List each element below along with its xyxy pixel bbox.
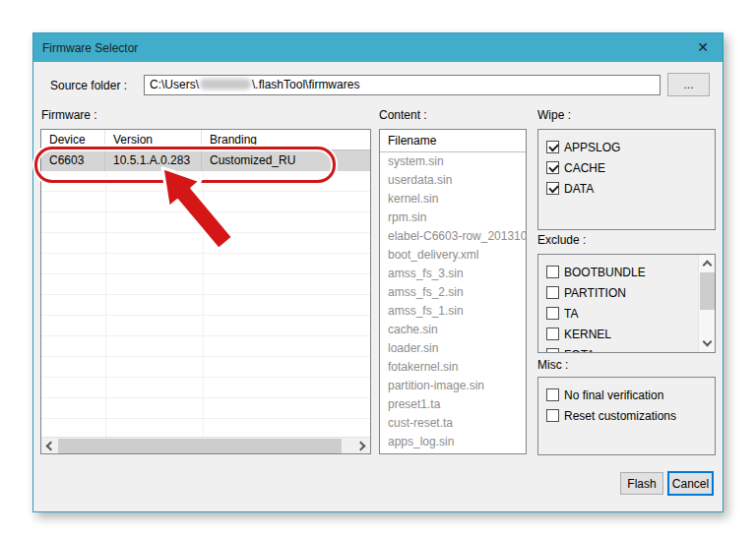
- content-file[interactable]: fotakernel.sin: [380, 358, 526, 377]
- path-prefix: C:\Users\: [150, 78, 199, 91]
- content-file[interactable]: cache.sin: [380, 321, 526, 339]
- grid-line: [105, 171, 106, 437]
- checkbox-label: FOTA: [564, 348, 595, 354]
- checkbox-icon[interactable]: [546, 328, 559, 340]
- wipe-group: APPSLOG CACHE DATA: [537, 129, 716, 230]
- scroll-up-icon[interactable]: [703, 261, 713, 270]
- checkbox-icon[interactable]: [546, 388, 559, 401]
- checkbox-label: CACHE: [564, 161, 605, 175]
- exclude-group: BOOTBUNDLE PARTITION TA KERNEL FOTA: [537, 254, 716, 353]
- checkbox-label: TA: [564, 307, 578, 321]
- content-file[interactable]: preset1.ta: [380, 395, 526, 414]
- checkbox-ta[interactable]: TA: [546, 303, 715, 324]
- path-suffix: \.flashTool\firmwares: [252, 78, 359, 91]
- checkbox-icon[interactable]: [546, 141, 559, 153]
- checkbox-label: No final verification: [564, 388, 663, 402]
- checkbox-icon[interactable]: [546, 182, 559, 195]
- source-folder-input[interactable]: C:\Users\\.flashTool\firmwares: [144, 75, 661, 95]
- flash-button[interactable]: Flash: [620, 472, 663, 495]
- checkbox-bootbundle[interactable]: BOOTBUNDLE: [546, 262, 715, 282]
- source-folder-label: Source folder :: [50, 79, 127, 92]
- hscrollbar-thumb[interactable]: [58, 439, 342, 453]
- firmware-label: Firmware :: [41, 108, 97, 122]
- content-file[interactable]: elabel-C6603-row_201310...: [380, 227, 526, 246]
- checkbox-label: Reset customizations: [564, 409, 676, 423]
- content-file[interactable]: userdata.sin: [380, 171, 526, 190]
- scroll-left-icon[interactable]: [46, 442, 56, 451]
- content-file[interactable]: rpm.sin: [380, 209, 526, 227]
- checkbox-reset-customizations[interactable]: Reset customizations: [546, 405, 715, 426]
- cancel-button[interactable]: Cancel: [667, 471, 714, 496]
- content-file[interactable]: amss_fs_1.sin: [380, 302, 526, 321]
- checkbox-label: APPSLOG: [564, 141, 620, 154]
- wipe-label: Wipe :: [537, 108, 571, 122]
- vscrollbar-thumb[interactable]: [700, 272, 715, 310]
- checkbox-icon[interactable]: [546, 266, 559, 278]
- close-icon[interactable]: ✕: [694, 38, 712, 56]
- content-file[interactable]: amss_fs_3.sin: [380, 265, 526, 283]
- annotation-arrow-icon: [145, 160, 258, 264]
- checkbox-label: KERNEL: [564, 328, 611, 341]
- exclude-vscrollbar[interactable]: [698, 255, 715, 352]
- firmware-selector-dialog: Firmware Selector ✕ Source folder : C:\U…: [32, 32, 724, 512]
- dialog-title: Firmware Selector: [42, 41, 138, 55]
- dialog-titlebar[interactable]: Firmware Selector ✕: [33, 33, 723, 62]
- checkbox-icon[interactable]: [546, 161, 559, 174]
- checkbox-label: PARTITION: [564, 286, 626, 300]
- checkbox-partition[interactable]: PARTITION: [546, 282, 715, 303]
- scroll-down-icon[interactable]: [703, 337, 713, 347]
- content-file[interactable]: apps_log.sin: [380, 433, 526, 451]
- browse-button[interactable]: ...: [667, 73, 710, 96]
- column-filename[interactable]: Filename: [380, 130, 526, 152]
- checkbox-data[interactable]: DATA: [546, 178, 715, 199]
- content-file[interactable]: kernel.sin: [380, 190, 526, 209]
- content-file[interactable]: partition-image.sin: [380, 377, 526, 395]
- checkbox-icon[interactable]: [546, 348, 559, 353]
- misc-group: No final verification Reset customizatio…: [537, 377, 716, 455]
- checkbox-icon[interactable]: [546, 286, 559, 299]
- checkbox-kernel[interactable]: KERNEL: [546, 324, 715, 344]
- exclude-label: Exclude :: [537, 233, 586, 247]
- scroll-right-icon[interactable]: [356, 442, 366, 451]
- content-file[interactable]: amss_fs_2.sin: [380, 283, 526, 302]
- checkbox-no-final-verification[interactable]: No final verification: [546, 385, 715, 405]
- content-file[interactable]: boot_delivery.xml: [380, 246, 526, 265]
- checkbox-cache[interactable]: CACHE: [546, 157, 715, 178]
- firmware-hscrollbar[interactable]: [41, 437, 370, 453]
- desktop-background: Firmware Selector ✕ Source folder : C:\U…: [0, 0, 756, 537]
- content-file[interactable]: loader.sin: [380, 339, 526, 358]
- checkbox-fota[interactable]: FOTA: [546, 344, 715, 353]
- redacted-username: [200, 79, 251, 90]
- checkbox-icon[interactable]: [546, 409, 559, 422]
- checkbox-label: DATA: [564, 182, 594, 196]
- content-list: Filename system.sin userdata.sin kernel.…: [379, 129, 527, 454]
- checkbox-icon[interactable]: [546, 307, 559, 320]
- content-file[interactable]: system.sin: [380, 152, 526, 171]
- checkbox-label: BOOTBUNDLE: [564, 266, 646, 279]
- content-file[interactable]: cust-reset.ta: [380, 414, 526, 433]
- content-label: Content :: [379, 108, 427, 122]
- misc-label: Misc :: [537, 358, 568, 372]
- checkbox-appslog[interactable]: APPSLOG: [546, 137, 715, 157]
